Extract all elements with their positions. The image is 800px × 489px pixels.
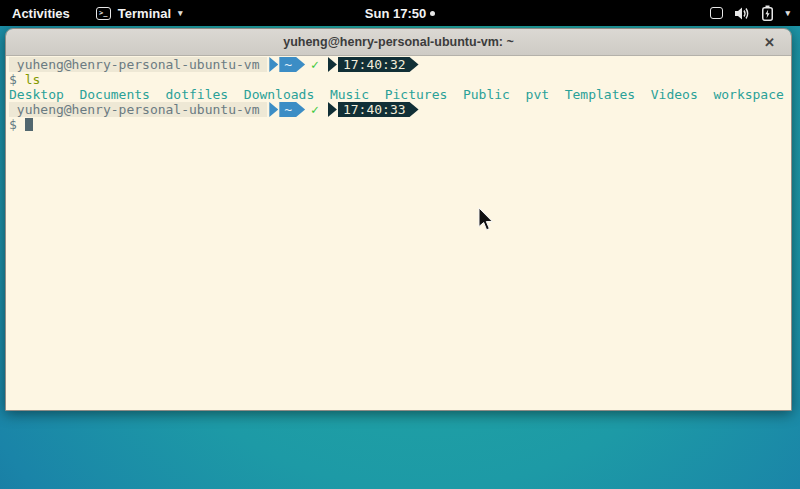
powerline-arrow-icon [269,102,278,117]
command-line: $ ls [9,72,791,87]
terminal-body[interactable]: yuheng@henry-personal-ubuntu-vm ~ ✓ 17:4… [6,56,791,410]
terminal-window: yuheng@henry-personal-ubuntu-vm: ~ ✕ yuh… [5,28,792,411]
terminal-cursor [25,118,33,131]
powerline-arrow-icon [328,57,337,72]
window-titlebar[interactable]: yuheng@henry-personal-ubuntu-vm: ~ ✕ [6,29,791,56]
input-line[interactable]: $ [9,117,791,132]
chevron-down-icon: ▾ [178,8,183,18]
terminal-app-icon: >_ [96,7,111,20]
prompt-line: yuheng@henry-personal-ubuntu-vm ~ ✓ 17:4… [9,57,791,72]
powerline-arrow-icon [269,57,278,72]
prompt-time-segment: 17:40:33 [338,102,419,117]
window-title: yuheng@henry-personal-ubuntu-vm: ~ [283,35,514,49]
app-menu-label: Terminal [118,6,171,21]
close-icon[interactable]: ✕ [761,34,778,51]
prompt-symbol: $ [9,117,17,132]
prompt-host: yuheng@henry-personal-ubuntu-vm [9,57,267,72]
notification-dot-icon [430,11,435,16]
prompt-cwd-segment: ~ [279,102,305,117]
prompt-host: yuheng@henry-personal-ubuntu-vm [9,102,267,117]
activities-button[interactable]: Activities [12,6,70,21]
system-menu-caret-icon: ▾ [785,8,790,18]
command-text: ls [25,72,41,87]
prompt-cwd-segment: ~ [279,57,305,72]
status-check-icon: ✓ [311,57,319,72]
battery-charging-icon [762,5,773,21]
top-bar: Activities >_ Terminal ▾ Sun 17:50 [0,0,800,26]
desktop: Activities >_ Terminal ▾ Sun 17:50 [0,0,800,489]
volume-icon [735,7,750,20]
status-check-icon: ✓ [311,102,319,117]
prompt-symbol: $ [9,72,17,87]
ls-output-line: Desktop Documents dotfiles Downloads Mus… [9,87,791,102]
powerline-arrow-icon [328,102,337,117]
app-menu[interactable]: >_ Terminal ▾ [96,6,183,21]
screen-icon [710,7,723,19]
system-status-area[interactable]: ▾ [710,0,790,26]
clock-label: Sun 17:50 [365,6,426,21]
top-bar-left: Activities >_ Terminal ▾ [0,6,183,21]
prompt-time-segment: 17:40:32 [338,57,419,72]
prompt-line: yuheng@henry-personal-ubuntu-vm ~ ✓ 17:4… [9,102,791,117]
